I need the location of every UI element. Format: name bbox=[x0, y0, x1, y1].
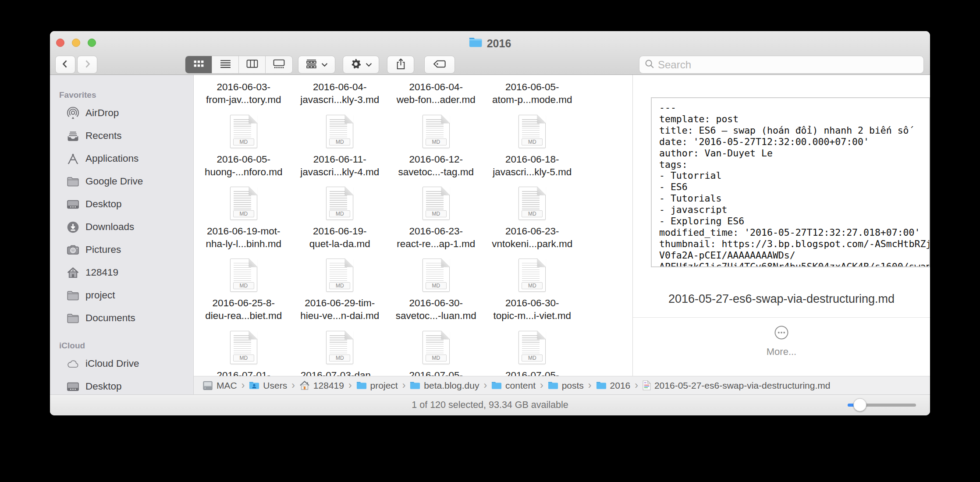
path-item-beta-blog-duy[interactable]: beta.blog.duy bbox=[410, 380, 479, 391]
file-name-line1: 2016-06-19-mot- bbox=[207, 225, 281, 238]
file-name-line2: hieu-ve...n-dai.md bbox=[300, 310, 379, 323]
file-item[interactable]: MD2016-06-11-javascri...kly-4.md bbox=[292, 115, 388, 178]
sidebar-item-pictures[interactable]: Pictures bbox=[50, 238, 193, 261]
md-badge: MD bbox=[426, 210, 447, 217]
group-button[interactable] bbox=[298, 56, 335, 74]
path-item-users[interactable]: Users bbox=[249, 380, 287, 391]
path-item-2016-05-27-es6-swap-via-destructuring-md[interactable]: 2016-05-27-es6-swap-via-destructuring.md bbox=[643, 380, 831, 391]
forward-button[interactable] bbox=[77, 56, 97, 74]
path-item-label: project bbox=[370, 380, 398, 391]
icon-size-slider[interactable] bbox=[848, 404, 916, 407]
column-view-button[interactable] bbox=[239, 56, 266, 73]
file-item[interactable]: MD2016-06-12-savetoc...-tag.md bbox=[388, 115, 484, 178]
slider-knob[interactable] bbox=[853, 398, 866, 411]
file-item[interactable]: MD2016-06-19-quet-la-da.md bbox=[292, 187, 388, 250]
file-item[interactable]: MD2016-06-23-vntokeni...park.md bbox=[484, 187, 581, 250]
file-item[interactable]: MD2016-07-05- bbox=[388, 331, 484, 376]
folder-icon bbox=[66, 289, 79, 302]
sidebar-item-downloads[interactable]: Downloads bbox=[50, 216, 193, 238]
zoom-button[interactable] bbox=[88, 39, 96, 47]
file-name-line2: javascri...kly-5.md bbox=[493, 166, 572, 179]
file-text-lines bbox=[522, 335, 540, 354]
path-item-posts[interactable]: posts bbox=[548, 380, 584, 391]
file-item[interactable]: MD2016-06-29-tim-hieu-ve...n-dai.md bbox=[292, 259, 388, 322]
sidebar-item-documents[interactable]: Documents bbox=[50, 307, 193, 330]
md-badge: MD bbox=[233, 354, 254, 362]
sidebar-item-label: iCloud Drive bbox=[85, 358, 139, 369]
file-item[interactable]: 2016-06-03-from-jav...tory.md bbox=[195, 81, 292, 106]
path-item-project[interactable]: project bbox=[356, 380, 398, 391]
pictures-icon bbox=[66, 243, 79, 256]
applications-icon bbox=[66, 152, 79, 165]
page-fold bbox=[249, 331, 257, 339]
file-text-lines bbox=[330, 263, 347, 281]
markdown-file-icon: MD bbox=[518, 331, 546, 364]
back-button[interactable] bbox=[55, 56, 75, 74]
file-item[interactable]: MD2016-07-03-dan... bbox=[292, 331, 388, 376]
sidebar-item-applications[interactable]: Applications bbox=[50, 147, 193, 170]
path-item-128419[interactable]: 128419 bbox=[299, 380, 344, 391]
file-item[interactable]: 2016-06-04-javascri...kly-3.md bbox=[292, 81, 388, 106]
file-item[interactable]: MD2016-06-18-javascri...kly-5.md bbox=[484, 115, 581, 178]
path-item-mac[interactable]: MAC bbox=[202, 380, 237, 391]
preview-code-line: author: Van-Duyet Le bbox=[659, 148, 922, 159]
path-separator: › bbox=[635, 379, 638, 391]
minimize-button[interactable] bbox=[72, 39, 80, 47]
file-item[interactable]: MD2016-06-30-topic-m...i-viet.md bbox=[484, 259, 581, 322]
path-item-label: Users bbox=[263, 380, 287, 391]
path-item-content[interactable]: content bbox=[491, 380, 536, 391]
file-text-lines bbox=[234, 335, 251, 354]
page-fold bbox=[537, 115, 546, 123]
file-item[interactable]: MD2016-07-01- bbox=[195, 331, 292, 376]
md-badge: MD bbox=[426, 354, 447, 362]
page-fold bbox=[441, 259, 450, 267]
share-button[interactable] bbox=[387, 56, 414, 74]
folder-blue-icon bbox=[491, 381, 502, 390]
action-button[interactable] bbox=[343, 56, 379, 74]
file-name-line1: 2016-06-18- bbox=[505, 153, 559, 166]
sidebar-section-header: Favorites bbox=[50, 90, 193, 100]
more-button[interactable]: More... bbox=[633, 325, 930, 358]
file-name-line2: web-fon...ader.md bbox=[397, 94, 476, 106]
file-name-line1: 2016-07-03-dan... bbox=[301, 369, 379, 376]
file-name-line2: savetoc...-luan.md bbox=[396, 310, 476, 323]
title-bar: 2016 bbox=[50, 31, 930, 75]
list-view-button[interactable] bbox=[212, 56, 239, 73]
file-item[interactable]: MD2016-07-05- bbox=[484, 331, 581, 376]
markdown-file-icon: MD bbox=[423, 331, 450, 364]
markdown-file-icon: MD bbox=[326, 331, 353, 364]
sidebar-item-128419[interactable]: 128419 bbox=[50, 261, 193, 284]
file-item[interactable]: MD2016-06-23-react-re...ap-1.md bbox=[388, 187, 484, 250]
file-grid-row: MD2016-06-05-huong-...nforo.mdMD2016-06-… bbox=[194, 115, 582, 178]
sidebar-item-project[interactable]: project bbox=[50, 284, 193, 307]
sidebar-item-desktop[interactable]: Desktop bbox=[50, 193, 193, 216]
file-name-line2: react-re...ap-1.md bbox=[397, 238, 475, 251]
file-item[interactable]: MD2016-06-19-mot-nha-ly-l...binh.md bbox=[195, 187, 292, 250]
preview-pane: ---template: posttitle: ES6 – swap (hoán… bbox=[632, 75, 930, 376]
search-field bbox=[639, 56, 924, 74]
file-item[interactable]: 2016-06-04-web-fon...ader.md bbox=[388, 81, 484, 106]
file-item[interactable]: 2016-06-05-atom-p...mode.md bbox=[484, 81, 581, 106]
file-grid-row: 2016-06-03-from-jav...tory.md2016-06-04-… bbox=[194, 75, 582, 106]
page-fold bbox=[441, 115, 450, 123]
sidebar-item-icloud-drive[interactable]: iCloud Drive bbox=[50, 352, 193, 375]
gallery-view-button[interactable] bbox=[266, 56, 292, 73]
search-input[interactable] bbox=[658, 59, 903, 71]
path-item-2016[interactable]: 2016 bbox=[596, 380, 631, 391]
sidebar-item-desktop[interactable]: Desktop bbox=[50, 375, 193, 394]
sidebar-item-airdrop[interactable]: AirDrop bbox=[50, 102, 193, 124]
close-button[interactable] bbox=[56, 39, 64, 47]
sidebar-item-google-drive[interactable]: Google Drive bbox=[50, 170, 193, 193]
file-item[interactable]: MD2016-06-05-huong-...nforo.md bbox=[195, 115, 292, 178]
file-item[interactable]: MD2016-06-30-savetoc...-luan.md bbox=[388, 259, 484, 322]
sidebar-item-recents[interactable]: Recents bbox=[50, 124, 193, 147]
file-item[interactable]: MD2016-06-25-8-dieu-rea...biet.md bbox=[195, 259, 292, 322]
file-preview-thumbnail: ---template: posttitle: ES6 – swap (hoán… bbox=[651, 97, 930, 267]
icon-view-button[interactable] bbox=[185, 56, 212, 73]
tag-button[interactable] bbox=[424, 56, 455, 74]
file-name-line1: 2016-06-30- bbox=[409, 297, 463, 310]
folder-blue-icon bbox=[548, 381, 558, 390]
page-fold bbox=[345, 259, 353, 267]
preview-code-line: - Tutorrial bbox=[659, 170, 922, 181]
airdrop-icon bbox=[66, 106, 79, 120]
